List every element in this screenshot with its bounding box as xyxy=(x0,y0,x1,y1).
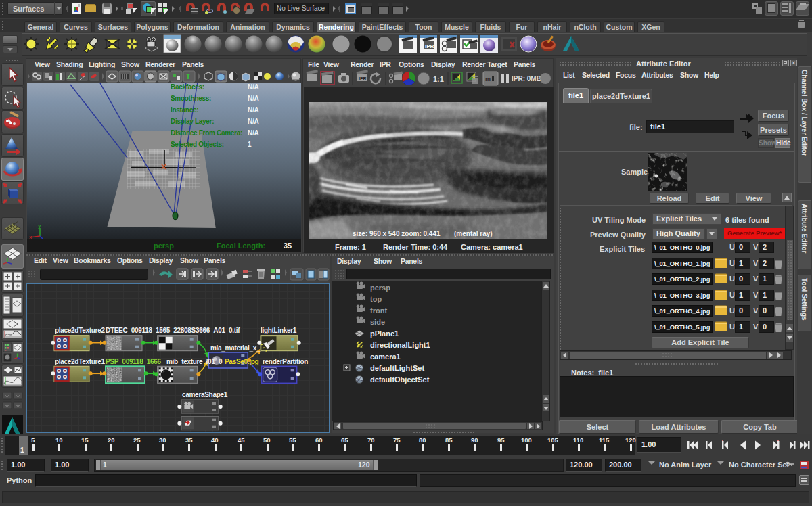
svg-text:N/A: N/A xyxy=(248,129,258,137)
svg-text:DTEEC_009118_1565_22808S3666_A: DTEEC_009118_1565_22808S3666_A01_0.tif xyxy=(106,327,240,334)
svg-text:N/A: N/A xyxy=(248,106,258,114)
svg-text:place2dTexture1: place2dTexture1 xyxy=(55,358,105,365)
svg-text:renderPartition: renderPartition xyxy=(263,358,308,365)
svg-text:Distance From Camera:: Distance From Camera: xyxy=(171,129,242,137)
svg-text:(mental ray): (mental ray) xyxy=(454,230,493,237)
svg-text:Selected Objects:: Selected Objects: xyxy=(171,141,224,148)
svg-text:y: y xyxy=(38,223,41,229)
svg-text:pPlane1: pPlane1 xyxy=(370,329,399,338)
svg-text:Display Layer:: Display Layer: xyxy=(171,118,214,125)
svg-text:x: x xyxy=(29,234,32,239)
svg-text:PSP_009118_1666: PSP_009118_1666 xyxy=(106,358,161,365)
svg-text:Smoothness:: Smoothness: xyxy=(171,95,211,102)
svg-text:front: front xyxy=(370,306,387,315)
svg-text:PasSe0.jpg: PasSe0.jpg xyxy=(225,358,259,365)
svg-text:N/A: N/A xyxy=(248,83,258,91)
svg-text:1:1: 1:1 xyxy=(433,75,444,83)
svg-text:lightLinker1: lightLinker1 xyxy=(261,327,297,334)
svg-text:m: m xyxy=(485,76,491,83)
svg-text:defaultLightSet: defaultLightSet xyxy=(370,364,424,372)
svg-text:N/A: N/A xyxy=(248,118,258,125)
svg-text:Backfaces:: Backfaces: xyxy=(171,83,204,91)
svg-text:cameraShape1: cameraShape1 xyxy=(182,391,228,398)
svg-text:side: side xyxy=(370,318,385,326)
svg-text:IPR: IPR xyxy=(425,43,434,49)
svg-text:N/A: N/A xyxy=(248,95,258,102)
svg-text:IPR: 0MB: IPR: 0MB xyxy=(512,75,541,83)
svg-text:mia_material_x_: mia_material_x_ xyxy=(210,344,261,352)
svg-text:camera1: camera1 xyxy=(370,352,401,361)
svg-text:size: 960 x 540 zoom: 0.441: size: 960 x 540 zoom: 0.441 xyxy=(353,230,441,237)
svg-text:Instance:: Instance: xyxy=(171,106,198,114)
svg-text:mib_texture_l01_0: mib_texture_l01_0 xyxy=(166,358,223,365)
svg-text:persp: persp xyxy=(370,283,390,292)
svg-text:top: top xyxy=(370,295,382,303)
svg-text:IPR: IPR xyxy=(359,76,367,81)
svg-text:defaultObjectSet: defaultObjectSet xyxy=(370,375,430,384)
svg-text:directionalLight1: directionalLight1 xyxy=(370,341,430,349)
svg-text:place2dTexture2: place2dTexture2 xyxy=(55,327,105,334)
svg-text:1: 1 xyxy=(248,141,252,148)
svg-text:T: T xyxy=(186,73,190,80)
